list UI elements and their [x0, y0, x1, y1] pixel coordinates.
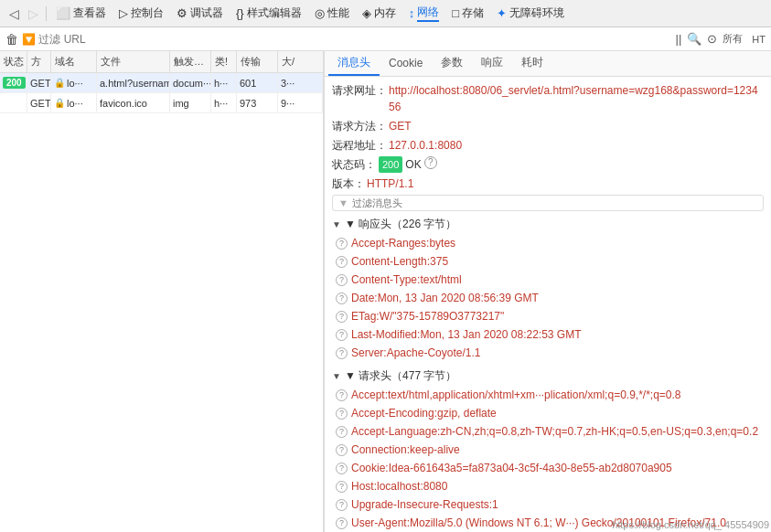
memory-label: 内存: [374, 5, 396, 21]
row2-size: 973: [237, 93, 278, 112]
network-label: 网络: [417, 5, 439, 22]
forward-btn[interactable]: ▷: [25, 5, 42, 23]
search-icon[interactable]: 🔍: [687, 32, 701, 46]
request-headers-label: ▼ 请求头（477 字节）: [345, 368, 457, 384]
remote-addr-value: 127.0.0.1:8080: [389, 137, 462, 154]
row1-trigger: h···: [211, 73, 237, 92]
separator: [46, 6, 47, 21]
table-row[interactable]: 200 GET 🔒 lo··· a.html?username=wz··· do…: [0, 73, 323, 93]
row1-method: GET: [27, 73, 51, 92]
row1-status: 200: [0, 73, 27, 92]
header-filter-input[interactable]: [352, 197, 757, 208]
storage-icon: □: [452, 6, 459, 20]
performance-icon: ◎: [315, 6, 325, 20]
row2-domain: 🔒 lo···: [51, 93, 97, 112]
toolbar-performance[interactable]: ◎ 性能: [309, 4, 355, 23]
help-icon[interactable]: ?: [336, 274, 348, 286]
response-headers-label: ▼ 响应头（226 字节）: [345, 217, 457, 232]
request-headers-list: ? Accept: text/html,application/xhtml+xm…: [332, 388, 764, 531]
col-domain: 域名: [51, 51, 97, 72]
inspect-icon: ⬜: [56, 6, 70, 20]
toolbar-accessibility[interactable]: ✦ 无障碍环境: [491, 4, 570, 23]
debugger-icon: ⚙: [177, 6, 187, 20]
request-url-value: http://localhost:8080/06_servlet/a.html?…: [389, 82, 764, 115]
status-code-label: 状态码：: [332, 156, 376, 173]
help-icon[interactable]: ?: [424, 156, 437, 169]
req-header-cookie: ? Cookie: Idea-661643a5=fa873a04-3c5f-4a…: [332, 461, 764, 476]
req-header-upgrade: ? Upgrade-Insecure-Requests: 1: [332, 497, 764, 513]
help-icon[interactable]: ?: [336, 293, 348, 304]
pause-btn[interactable]: ||: [676, 32, 682, 46]
top-toolbar: ◁ ▷ ⬜ 查看器 ▷ 控制台 ⚙ 调试器 {} 样式编辑器 ◎ 性能 ◈ 内存…: [0, 0, 771, 27]
filter-input[interactable]: [22, 33, 672, 46]
toolbar-network[interactable]: ↕ 网络: [403, 3, 445, 24]
clear-btn[interactable]: 🗑: [5, 32, 18, 47]
response-headers-section[interactable]: ▼ ▼ 响应头（226 字节）: [332, 217, 764, 232]
back-btn[interactable]: ◁: [5, 5, 23, 23]
req-header-host: ? Host: localhost:8080: [332, 479, 764, 495]
all-filter-btn[interactable]: 所有: [723, 32, 743, 46]
status-ok-text: OK: [405, 156, 421, 173]
content-area: 状态 方 域名 文件 触发… 类! 传输 大/: [0, 51, 771, 532]
tab-cookies[interactable]: Cookie: [380, 53, 432, 75]
console-icon: ▷: [119, 6, 128, 20]
col-file: 文件: [97, 51, 170, 72]
col-large: 大/: [278, 51, 324, 72]
col-type: 类!: [211, 51, 237, 72]
help-icon[interactable]: ?: [336, 408, 348, 420]
tab-headers[interactable]: 消息头: [328, 51, 380, 76]
row1-extra: 3···: [278, 73, 323, 92]
help-icon[interactable]: ?: [336, 347, 348, 359]
req-header-accept-encoding: ? Accept-Encoding: gzip, deflate: [332, 406, 764, 421]
help-icon[interactable]: ?: [336, 463, 348, 474]
toolbar-storage[interactable]: □ 存储: [446, 4, 489, 23]
req-header-accept-language: ? Accept-Language: zh-CN,zh;q=0.8,zh-TW;…: [332, 424, 764, 440]
toolbar-inspect[interactable]: ⬜ 查看器: [50, 4, 112, 23]
help-icon[interactable]: ?: [336, 389, 348, 401]
help-icon[interactable]: ?: [336, 517, 348, 529]
version-label: 版本：: [332, 176, 365, 192]
tab-response[interactable]: 响应: [472, 51, 512, 76]
toolbar-memory[interactable]: ◈ 内存: [357, 4, 402, 23]
row2-extra: 9···: [278, 93, 323, 112]
ht-filter-btn[interactable]: HT: [752, 34, 766, 45]
toolbar-console[interactable]: ▷ 控制台: [113, 4, 169, 23]
req-header-accept: ? Accept: text/html,application/xhtml+xm…: [332, 388, 764, 403]
accessibility-label: 无障碍环境: [509, 5, 564, 21]
filter-bar: 🗑 || 🔍 ⊙ 所有 HT: [0, 27, 771, 51]
table-row[interactable]: GET 🔒 lo··· favicon.ico img h··· 973: [0, 93, 323, 113]
help-icon[interactable]: ?: [336, 426, 348, 438]
toolbar-style-editor[interactable]: {} 样式编辑器: [230, 4, 307, 23]
memory-icon: ◈: [362, 6, 371, 20]
row2-trigger: h···: [211, 93, 237, 112]
performance-label: 性能: [327, 5, 349, 21]
filter-icon: ▼: [338, 197, 348, 208]
tab-timing[interactable]: 耗时: [512, 51, 552, 76]
toolbar-debugger[interactable]: ⚙ 调试器: [171, 4, 229, 23]
lock-icon: 🔒: [54, 98, 65, 108]
col-size: 传输: [237, 51, 278, 72]
help-icon[interactable]: ?: [336, 444, 348, 456]
debugger-label: 调试器: [190, 5, 223, 21]
help-icon[interactable]: ?: [336, 256, 348, 268]
filter-icons: || 🔍 ⊙ 所有 HT: [676, 32, 766, 46]
help-icon[interactable]: ?: [336, 311, 348, 323]
col-method: 方: [27, 51, 51, 72]
request-headers-section[interactable]: ▼ ▼ 请求头（477 字节）: [332, 368, 764, 384]
col-trigger: 触发…: [170, 51, 211, 72]
accessibility-icon: ✦: [497, 6, 507, 20]
row1-domain: 🔒 lo···: [51, 73, 97, 92]
row2-method: GET: [27, 93, 51, 112]
help-icon[interactable]: ?: [336, 238, 348, 250]
style-editor-label: 样式编辑器: [247, 5, 302, 21]
help-icon[interactable]: ?: [336, 481, 348, 493]
resp-header-content-type: ? Content-Type: text/html: [332, 272, 764, 288]
request-method-row: 请求方法： GET: [332, 118, 764, 134]
help-icon[interactable]: ?: [336, 329, 348, 341]
tab-params[interactable]: 参数: [432, 51, 472, 76]
console-label: 控制台: [131, 5, 164, 21]
help-icon[interactable]: ?: [336, 499, 348, 511]
resp-header-date: ? Date: Mon, 13 Jan 2020 08:56:39 GMT: [332, 291, 764, 306]
settings-icon[interactable]: ⊙: [707, 32, 717, 46]
network-icon: ↕: [409, 6, 415, 20]
